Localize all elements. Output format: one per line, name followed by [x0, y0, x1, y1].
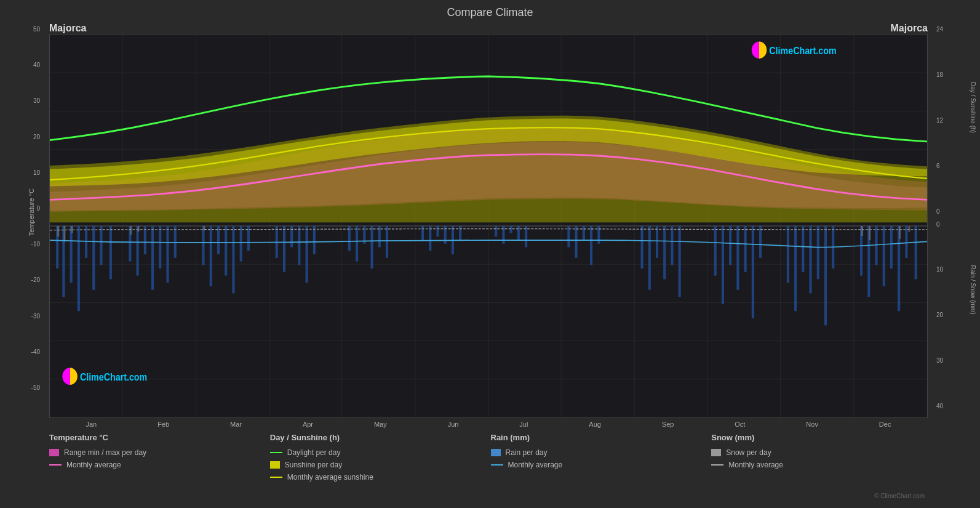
svg-rect-28	[92, 226, 95, 290]
legend-rain-avg-icon	[491, 464, 503, 466]
legend-temp-avg-label: Monthly average	[66, 461, 121, 469]
legend-sunshine-avg-label: Monthly average sunshine	[287, 473, 373, 482]
svg-rect-85	[759, 226, 762, 258]
y-tick: 40	[12, 62, 40, 68]
svg-rect-30	[110, 226, 112, 279]
legend-snow-avg-label: Monthly average	[728, 461, 783, 469]
right-tick-rain-30: 30	[936, 357, 968, 364]
svg-rect-48	[298, 226, 300, 265]
location-label-left: Majorca	[49, 23, 86, 34]
legend-rain-per-day-icon	[491, 449, 501, 456]
svg-rect-100	[915, 226, 917, 279]
svg-rect-40	[217, 226, 220, 254]
right-tick-18: 18	[936, 71, 968, 78]
legend-sunshine: Day / Sunshine (h) Daylight per day Suns…	[270, 433, 490, 499]
legend-temp-range-label: Range min / max per day	[64, 448, 146, 457]
legend-sunshine-avg: Monthly average sunshine	[270, 473, 490, 482]
svg-rect-108	[869, 226, 870, 240]
svg-rect-42	[232, 226, 234, 293]
svg-rect-110	[908, 226, 910, 232]
location-label-right: Majorca	[891, 23, 928, 34]
svg-rect-73	[641, 226, 643, 268]
right-tick-rain-20: 20	[936, 312, 968, 318]
legend-rain: Rain (mm) Rain per day Monthly average	[491, 433, 711, 499]
svg-rect-76	[663, 226, 666, 279]
legend-temp-avg-icon	[49, 464, 62, 466]
y-tick: 10	[12, 169, 40, 176]
x-tick-dec: Dec	[879, 421, 891, 428]
svg-rect-105	[138, 226, 140, 232]
y-tick: 30	[12, 97, 40, 104]
page-wrapper: Compare Climate Temperature °C 50 40 30 …	[0, 0, 980, 508]
legend-sunshine-per-day-icon	[270, 461, 280, 469]
x-tick-apr: Apr	[303, 421, 313, 428]
legend-daylight-icon	[270, 452, 282, 453]
svg-rect-49	[306, 226, 308, 283]
copyright-text: © ClimeChart.com	[711, 493, 931, 499]
svg-rect-29	[100, 226, 102, 265]
svg-rect-78	[679, 226, 681, 297]
right-axis-label-sunshine: Day / Sunshine (h)	[970, 82, 976, 133]
legend-area: Temperature °C Range min / max per day M…	[12, 428, 968, 502]
svg-rect-35	[159, 226, 161, 268]
legend-snow-avg: Monthly average	[711, 461, 931, 469]
right-tick-rain-0: 0	[936, 221, 968, 228]
svg-rect-79	[714, 226, 717, 276]
legend-sunshine-per-day: Sunshine per day	[270, 461, 490, 469]
legend-daylight: Daylight per day	[270, 448, 490, 457]
legend-snow-avg-icon	[711, 464, 723, 466]
legend-sunshine-title: Day / Sunshine (h)	[270, 433, 490, 442]
svg-rect-87	[794, 226, 797, 311]
svg-rect-43	[240, 226, 242, 262]
svg-point-113	[752, 42, 767, 59]
y-tick: -10	[12, 241, 40, 248]
svg-rect-59	[436, 226, 439, 236]
svg-rect-37	[174, 226, 177, 258]
legend-sunshine-avg-icon	[270, 477, 282, 478]
svg-rect-81	[729, 226, 731, 265]
y-tick: -40	[12, 349, 40, 355]
svg-rect-84	[752, 226, 754, 318]
svg-rect-36	[166, 226, 169, 283]
svg-rect-70	[583, 226, 585, 240]
svg-rect-52	[356, 226, 358, 262]
svg-rect-77	[671, 226, 673, 265]
svg-text:ClimeChart.com: ClimeChart.com	[80, 371, 147, 382]
svg-rect-101	[57, 226, 59, 236]
svg-rect-27	[85, 226, 87, 258]
svg-rect-33	[144, 226, 146, 254]
svg-rect-26	[78, 226, 80, 311]
chart-center: Majorca Majorca	[43, 23, 934, 428]
svg-text:ClimeChart.com: ClimeChart.com	[769, 45, 836, 56]
x-tick-sep: Sep	[662, 421, 674, 428]
y-tick: 50	[12, 26, 40, 33]
svg-rect-72	[597, 226, 600, 244]
svg-rect-82	[736, 226, 739, 290]
svg-rect-88	[802, 226, 804, 272]
svg-rect-66	[517, 226, 520, 240]
x-tick-jul: Jul	[519, 421, 528, 428]
legend-snow-per-day-label: Snow per day	[726, 448, 771, 457]
legend-temp-range: Range min / max per day	[49, 448, 269, 457]
svg-rect-109	[899, 226, 901, 239]
right-tick-12: 12	[936, 117, 968, 124]
svg-rect-63	[495, 226, 497, 236]
svg-rect-107	[861, 226, 863, 236]
x-tick-jan: Jan	[86, 421, 97, 428]
legend-snow-title: Snow (mm)	[711, 433, 931, 442]
right-tick-0: 0	[936, 208, 968, 215]
svg-point-111	[62, 368, 77, 385]
climate-chart-svg: ClimeChart.com	[50, 34, 927, 417]
legend-rain-per-day: Rain per day	[491, 448, 711, 457]
legend-sunshine-per-day-label: Sunshine per day	[285, 461, 342, 469]
right-bottom-ticks: 0 10 20 30 40	[936, 218, 968, 410]
legend-snow: Snow (mm) Snow per day Monthly average ©…	[711, 433, 931, 499]
right-tick-24: 24	[936, 26, 968, 33]
svg-rect-96	[883, 226, 885, 286]
svg-rect-51	[348, 226, 351, 251]
legend-temp-title: Temperature °C	[49, 433, 269, 442]
legend-rain-title: Rain (mm)	[491, 433, 711, 442]
x-tick-feb: Feb	[157, 421, 169, 428]
svg-rect-41	[225, 226, 227, 276]
y-tick: 20	[12, 134, 40, 140]
